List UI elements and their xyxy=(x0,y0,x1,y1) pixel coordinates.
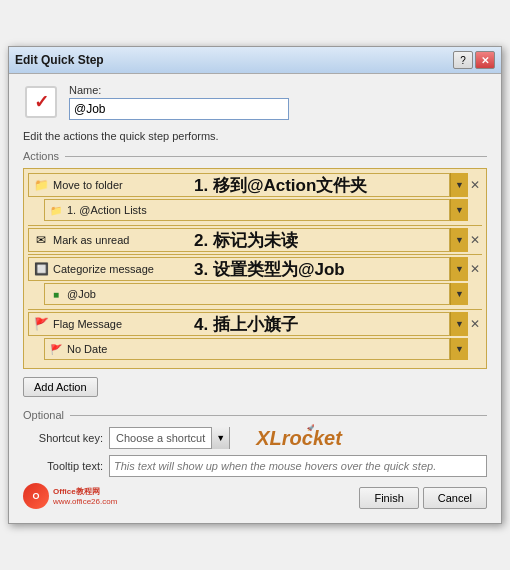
shortcut-select-arrow[interactable]: ▼ xyxy=(211,427,229,449)
title-controls: ? ✕ xyxy=(453,51,495,69)
sub-dropdown-inner-4: 🚩 No Date xyxy=(49,342,445,356)
action-icon-2: ✉ xyxy=(33,232,49,248)
sub-dropdown-1[interactable]: 📁 1. @Action Lists xyxy=(44,199,450,221)
sub-dropdown-4[interactable]: 🚩 No Date xyxy=(44,338,450,360)
action-row-2: ✉ Mark as unread ▼ ✕ 2. 标记为未读 xyxy=(24,228,486,252)
optional-section: Optional Shortcut key: Choose a shortcut… xyxy=(23,409,487,477)
action-remove-1[interactable]: ✕ xyxy=(468,178,482,192)
sub-arrow-4[interactable]: ▼ xyxy=(450,338,468,360)
actions-section-header: Actions xyxy=(23,150,487,162)
action-label-2: Mark as unread xyxy=(53,234,445,246)
title-bar: Edit Quick Step ? ✕ xyxy=(9,47,501,74)
dialog-content: Name: Edit the actions the quick step pe… xyxy=(9,74,501,523)
shortcut-select-text: Choose a shortcut xyxy=(110,432,211,444)
action-remove-4[interactable]: ✕ xyxy=(468,317,482,331)
action-remove-2[interactable]: ✕ xyxy=(468,233,482,247)
sub-label-4: No Date xyxy=(67,343,445,355)
edit-quickstep-dialog: Edit Quick Step ? ✕ Name: Edit the actio… xyxy=(8,46,502,524)
sub-label-3: @Job xyxy=(67,288,445,300)
shortcut-label: Shortcut key: xyxy=(23,432,103,444)
bottom-row: O Office教程网 www.office26.com Finish Canc… xyxy=(23,487,487,509)
action-row-1: 📁 Move to folder ▼ ✕ 1. 移到@Action文件夹 xyxy=(24,173,486,197)
name-label: Name: xyxy=(69,84,289,96)
action-dropdown-4[interactable]: 🚩 Flag Message xyxy=(28,312,450,336)
action-dropdown-inner-4: 🚩 Flag Message xyxy=(33,316,445,332)
rocket-icon: 🚀 xyxy=(307,424,314,431)
action-dropdown-arrow-2[interactable]: ▼ xyxy=(450,228,468,252)
xlrocket-branding: 🚀 XLrocket xyxy=(256,428,342,448)
office-website: www.office26.com xyxy=(53,497,117,506)
name-section: Name: xyxy=(23,84,487,120)
shortcut-select[interactable]: Choose a shortcut ▼ xyxy=(109,427,230,449)
action-label-1: Move to folder xyxy=(53,179,445,191)
action-dropdown-3[interactable]: 🔲 Categorize message xyxy=(28,257,450,281)
office-watermark: O Office教程网 www.office26.com xyxy=(23,483,117,509)
title-bar-left: Edit Quick Step xyxy=(15,53,104,67)
sub-action-row-1: 📁 1. @Action Lists ▼ xyxy=(24,199,486,221)
action-remove-3[interactable]: ✕ xyxy=(468,262,482,276)
action-dropdown-arrow-4[interactable]: ▼ xyxy=(450,312,468,336)
sub-arrow-3[interactable]: ▼ xyxy=(450,283,468,305)
action-row-3: 🔲 Categorize message ▼ ✕ 3. 设置类型为@Job xyxy=(24,257,486,281)
dialog-title: Edit Quick Step xyxy=(15,53,104,67)
add-action-button[interactable]: Add Action xyxy=(23,377,98,397)
sub-action-row-3: ■ @Job ▼ xyxy=(24,283,486,305)
sub-action-row-4: 🚩 No Date ▼ xyxy=(24,338,486,360)
action-dropdown-arrow-1[interactable]: ▼ xyxy=(450,173,468,197)
optional-section-header: Optional xyxy=(23,409,487,421)
sub-dropdown-3[interactable]: ■ @Job xyxy=(44,283,450,305)
action-group-1: 📁 Move to folder ▼ ✕ 1. 移到@Action文件夹 📁 1… xyxy=(24,173,486,221)
name-field-group: Name: xyxy=(69,84,289,120)
office-text-group: Office教程网 www.office26.com xyxy=(53,486,117,506)
action-dropdown-inner-1: 📁 Move to folder xyxy=(33,177,445,193)
shortcut-row: Shortcut key: Choose a shortcut ▼ 🚀 XLro… xyxy=(23,427,487,449)
action-dropdown-arrow-3[interactable]: ▼ xyxy=(450,257,468,281)
name-input[interactable] xyxy=(69,98,289,120)
cancel-button[interactable]: Cancel xyxy=(423,487,487,509)
help-button[interactable]: ? xyxy=(453,51,473,69)
action-label-4: Flag Message xyxy=(53,318,445,330)
sub-label-1: 1. @Action Lists xyxy=(67,204,445,216)
action-row-4: 🚩 Flag Message ▼ ✕ 4. 插上小旗子 xyxy=(24,312,486,336)
action-dropdown-inner-2: ✉ Mark as unread xyxy=(33,232,445,248)
action-dropdown-inner-3: 🔲 Categorize message xyxy=(33,261,445,277)
action-label-3: Categorize message xyxy=(53,263,445,275)
action-group-4: 🚩 Flag Message ▼ ✕ 4. 插上小旗子 🚩 No Date xyxy=(24,312,486,360)
xlrocket-text: XLrocket xyxy=(256,428,342,448)
sub-dropdown-inner-3: ■ @Job xyxy=(49,287,445,301)
actions-area: 📁 Move to folder ▼ ✕ 1. 移到@Action文件夹 📁 1… xyxy=(23,168,487,369)
action-dropdown-1[interactable]: 📁 Move to folder xyxy=(28,173,450,197)
action-icon-3: 🔲 xyxy=(33,261,49,277)
action-group-3: 🔲 Categorize message ▼ ✕ 3. 设置类型为@Job ■ … xyxy=(24,257,486,305)
office-brand: Office教程网 xyxy=(53,486,117,497)
quickstep-icon xyxy=(25,86,57,118)
close-button[interactable]: ✕ xyxy=(475,51,495,69)
sub-icon-3: ■ xyxy=(49,287,63,301)
sub-icon-4: 🚩 xyxy=(49,342,63,356)
finish-button[interactable]: Finish xyxy=(359,487,418,509)
action-icon-4: 🚩 xyxy=(33,316,49,332)
sub-icon-1: 📁 xyxy=(49,203,63,217)
action-group-2: ✉ Mark as unread ▼ ✕ 2. 标记为未读 xyxy=(24,228,486,252)
action-dropdown-2[interactable]: ✉ Mark as unread xyxy=(28,228,450,252)
tooltip-label: Tooltip text: xyxy=(23,460,103,472)
sub-dropdown-inner-1: 📁 1. @Action Lists xyxy=(49,203,445,217)
tooltip-input[interactable] xyxy=(109,455,487,477)
sub-arrow-1[interactable]: ▼ xyxy=(450,199,468,221)
office-circle: O xyxy=(23,483,49,509)
edit-description: Edit the actions the quick step performs… xyxy=(23,130,487,142)
action-icon-1: 📁 xyxy=(33,177,49,193)
quickstep-icon-box xyxy=(23,84,59,120)
tooltip-row: Tooltip text: xyxy=(23,455,487,477)
